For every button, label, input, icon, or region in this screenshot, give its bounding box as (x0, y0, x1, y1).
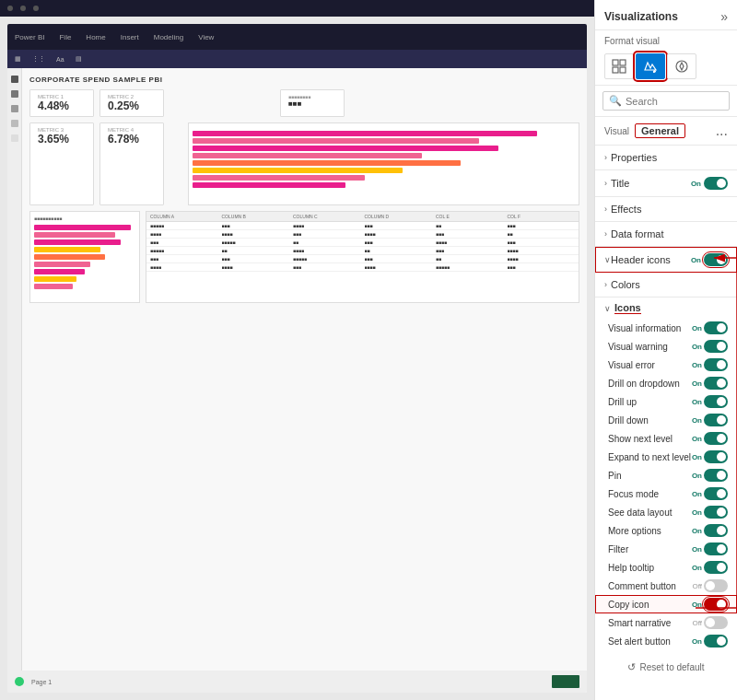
comment-button-label: Comment button (608, 581, 676, 591)
data-format-header[interactable]: › Data format (595, 222, 737, 246)
header-icons-section[interactable]: ∨ Header icons On (595, 247, 737, 273)
smart-narrative-toggle[interactable] (704, 616, 728, 629)
card-4: METRIC 3 3.65% (29, 122, 94, 205)
help-tooltip-row: Help tooltip On (595, 558, 737, 577)
format-analytics-button[interactable] (667, 53, 696, 79)
help-tooltip-toggle[interactable] (704, 561, 728, 574)
drill-down-toggle[interactable] (704, 414, 728, 426)
visual-error-toggle[interactable] (704, 358, 728, 371)
search-icon: 🔍 (609, 95, 622, 107)
icons-section-chevron: ∨ (604, 304, 611, 313)
format-visual-label: Format visual (595, 30, 737, 50)
more-options-toggle[interactable] (704, 524, 728, 537)
format-icons-row (595, 50, 737, 86)
card-5: METRIC 4 6.78% (99, 122, 164, 205)
set-alert-button-row: Set alert button On (595, 632, 737, 650)
title-label: Title (611, 178, 687, 189)
see-data-layout-toggle[interactable] (704, 506, 728, 519)
effects-header[interactable]: › Effects (595, 197, 737, 221)
visual-information-label: Visual information (608, 323, 681, 333)
svg-rect-3 (620, 67, 626, 73)
pin-toggle[interactable] (704, 469, 728, 482)
db-main: CORPORATE SPEND SAMPLE PBI METRIC 1 4.48… (22, 68, 587, 693)
svg-rect-0 (613, 60, 618, 65)
pin-label: Pin (608, 471, 621, 481)
search-input[interactable] (626, 96, 723, 107)
drill-on-dropdown-toggle[interactable] (704, 377, 728, 390)
header-icons-label: Header icons (611, 254, 691, 265)
visual-information-toggle[interactable] (704, 321, 728, 334)
header-icons-chevron: ∨ (604, 255, 611, 264)
cards-row-1: METRIC 1 4.48% METRIC 2 0.25% ■■■■■■■■ ■… (29, 89, 579, 117)
header-icons-toggle-switch[interactable] (704, 253, 728, 266)
filter-label: Filter (608, 544, 628, 554)
dashboard-panel: Power BI File Home Insert Modeling View … (0, 0, 594, 700)
card-2: METRIC 2 0.25% (99, 89, 164, 117)
icons-section-label: Icons (614, 302, 641, 314)
set-alert-button-label: Set alert button (608, 636, 671, 647)
effects-section: › Effects (595, 197, 737, 222)
dashboard-title: CORPORATE SPEND SAMPLE PBI (29, 76, 579, 84)
focus-mode-row: Focus mode On (595, 484, 737, 503)
focus-mode-toggle[interactable] (704, 487, 728, 500)
visual-general-row: Visual General ... (595, 117, 737, 146)
format-paint-button[interactable] (636, 53, 665, 79)
more-options-button[interactable]: ... (716, 122, 728, 139)
properties-header[interactable]: › Properties (595, 146, 737, 169)
reset-to-default-row[interactable]: ↺ Reset to default (595, 654, 737, 681)
expand-next-level-toggle[interactable] (704, 450, 728, 463)
visual-warning-label: Visual warning (608, 342, 668, 352)
set-alert-button-toggle[interactable] (704, 635, 728, 648)
filter-toggle[interactable] (704, 542, 728, 555)
copy-icon-toggle[interactable] (704, 598, 728, 611)
title-section: › Title On (595, 170, 737, 197)
db-header: Power BI File Home Insert Modeling View (7, 24, 587, 50)
bottom-section: ■■■■■■■■■■ (29, 211, 579, 303)
colors-header[interactable]: › Colors (595, 273, 737, 297)
see-data-layout-row: See data layout On (595, 503, 737, 521)
comment-button-row: Comment button Off (595, 577, 737, 595)
expand-next-level-row: Expand to next level On (595, 448, 737, 466)
general-badge[interactable]: General (635, 123, 685, 138)
title-toggle-switch[interactable] (704, 177, 728, 190)
visual-information-row: Visual information On (595, 319, 737, 337)
bar-chart-top (188, 122, 579, 205)
db-subheader: ▦ ⋮⋮ Aa ▤ (7, 50, 587, 68)
title-chevron: › (604, 179, 607, 188)
show-next-level-row: Show next level On (595, 429, 737, 448)
icons-section-header: ∨ Icons (595, 298, 737, 319)
search-box[interactable]: 🔍 (602, 91, 730, 111)
filter-row: Filter On (595, 540, 737, 558)
viz-collapse-button[interactable]: » (720, 9, 728, 24)
visual-warning-row: Visual warning On (595, 337, 737, 356)
data-format-label: Data format (611, 228, 728, 239)
visual-warning-toggle[interactable] (704, 340, 728, 353)
icons-section: ∨ Icons Visual information On Visual war… (595, 298, 737, 654)
reset-icon: ↺ (627, 661, 636, 673)
colors-chevron: › (604, 280, 607, 289)
help-tooltip-label: Help tooltip (608, 563, 654, 573)
copy-icon-label: Copy icon (608, 600, 649, 610)
svg-rect-1 (620, 60, 626, 65)
show-next-level-label: Show next level (608, 434, 673, 444)
smart-narrative-label: Smart narrative (608, 618, 671, 628)
effects-label: Effects (611, 204, 728, 215)
smart-narrative-row: Smart narrative Off (595, 613, 737, 632)
drill-on-dropdown-label: Drill on dropdown (608, 379, 680, 389)
format-table-button[interactable] (604, 53, 634, 79)
show-next-level-toggle[interactable] (704, 432, 728, 445)
drill-on-dropdown-row: Drill on dropdown On (595, 374, 737, 392)
properties-label: Properties (611, 152, 728, 163)
visual-label: Visual (604, 126, 629, 136)
db-sidebar (7, 68, 22, 693)
pin-row: Pin On (595, 466, 737, 484)
topbar (0, 0, 594, 17)
viz-panel-title: Visualizations (604, 10, 678, 23)
data-format-chevron: › (604, 229, 607, 239)
title-toggle: On (691, 177, 728, 190)
drill-up-toggle[interactable] (704, 395, 728, 408)
comment-button-toggle[interactable] (704, 579, 728, 592)
colors-section: › Colors (595, 273, 737, 298)
title-header[interactable]: › Title On (595, 170, 737, 196)
visualizations-panel: Visualizations » Format visual 🔍 Visual … (594, 0, 737, 700)
